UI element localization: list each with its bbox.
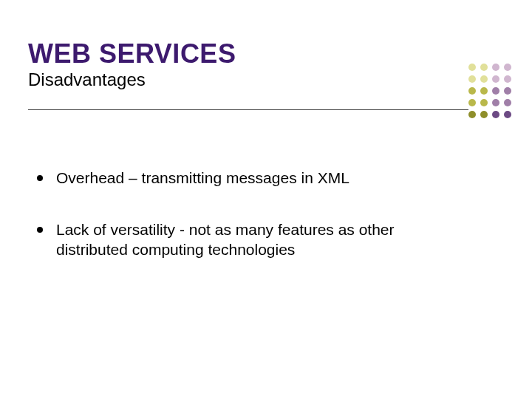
bullet-icon (37, 227, 43, 233)
bullet-text: Lack of versatility - not as many featur… (56, 220, 451, 259)
bullet-icon (37, 175, 43, 181)
slide: WEB SERVICES Disadvantages Overhead – tr… (0, 0, 532, 399)
decor-dot (504, 75, 511, 83)
decor-dot (468, 75, 476, 83)
decor-dot (468, 111, 476, 118)
list-item: Lack of versatility - not as many featur… (37, 220, 451, 259)
decor-dot (492, 99, 499, 106)
decor-dot (468, 99, 476, 106)
decor-dot (492, 64, 499, 71)
decor-dot (480, 75, 488, 83)
decor-dot (504, 99, 511, 106)
bullet-text: Overhead – transmitting messages in XML (56, 168, 349, 188)
body-content: Overhead – transmitting messages in XML … (37, 168, 451, 292)
decor-dot (480, 111, 488, 118)
decor-dot (480, 64, 488, 71)
decor-dot (492, 111, 499, 118)
decor-dot (468, 87, 476, 95)
decor-dot (480, 99, 488, 106)
decor-dot (468, 64, 476, 71)
list-item: Overhead – transmitting messages in XML (37, 168, 451, 188)
decor-dot (504, 64, 511, 71)
decor-dot (504, 111, 511, 118)
decor-dot (492, 87, 499, 95)
decor-dot (504, 87, 511, 95)
title-block: WEB SERVICES Disadvantages (28, 40, 442, 91)
slide-title: WEB SERVICES (28, 40, 442, 68)
slide-subtitle: Disadvantages (28, 69, 442, 91)
decor-dot (480, 87, 488, 95)
divider-line (28, 109, 468, 110)
decor-dot (492, 75, 499, 83)
decorative-dot-grid (468, 64, 514, 121)
